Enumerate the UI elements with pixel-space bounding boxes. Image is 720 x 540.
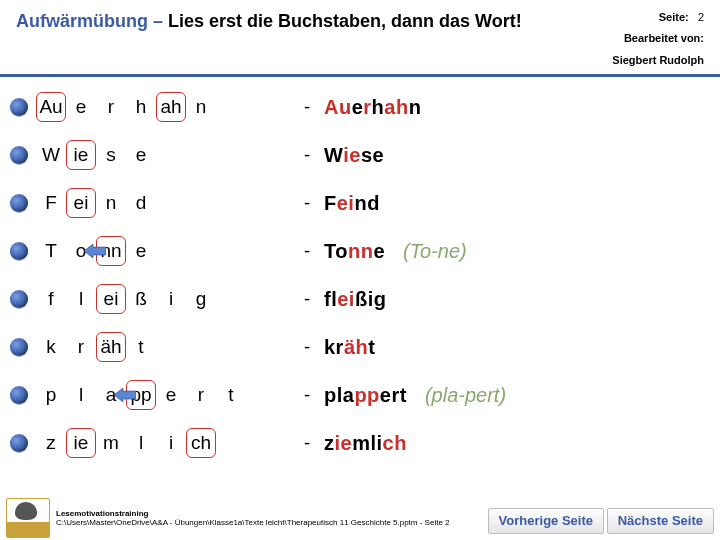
letter-cell	[246, 428, 276, 458]
letter-cell: g	[186, 284, 216, 314]
letter-cell	[156, 236, 186, 266]
letter-cell	[216, 236, 246, 266]
bullet-icon	[10, 290, 28, 308]
letter-cell-boxed: ei	[66, 188, 96, 218]
letter-cell	[186, 140, 216, 170]
page-title: Aufwärmübung – Lies erst die Buchstaben,…	[16, 10, 612, 33]
letter-cell	[216, 188, 246, 218]
exercise-row: plappert-plappert(pla-pert)	[10, 371, 720, 419]
letter-cell-boxed: ei	[96, 284, 126, 314]
result-word: Tonne	[324, 240, 385, 263]
exercise-row: kräht-kräht	[10, 323, 720, 371]
letter-cells: Auerhahn	[36, 92, 296, 122]
letter-cell: o	[66, 236, 96, 266]
letter-cell: F	[36, 188, 66, 218]
dash: -	[304, 144, 324, 166]
letter-cell: a	[96, 380, 126, 410]
footer-path: C:\Users\Master\OneDrive\A&A - Übungen\K…	[56, 519, 450, 528]
letter-cell: r	[96, 92, 126, 122]
letter-cell-boxed: ch	[186, 428, 216, 458]
letter-cell: k	[36, 332, 66, 362]
dash: -	[304, 96, 324, 118]
bullet-icon	[10, 434, 28, 452]
letter-cells: ziemlich	[36, 428, 296, 458]
letter-cells: fleißig	[36, 284, 296, 314]
letter-cell	[156, 188, 186, 218]
letter-cell-boxed: ah	[156, 92, 186, 122]
letter-cell: l	[126, 428, 156, 458]
bullet-icon	[10, 194, 28, 212]
letter-cell	[156, 140, 186, 170]
exercise-row: ziemlich-ziemlich	[10, 419, 720, 467]
page-label: Seite:	[659, 11, 689, 23]
page-number: 2	[698, 11, 704, 23]
next-page-button[interactable]: Nächste Seite	[607, 508, 714, 534]
result-word: Feind	[324, 192, 380, 215]
letter-cell: n	[186, 92, 216, 122]
letter-cell	[216, 332, 246, 362]
dash: -	[304, 336, 324, 358]
letter-cell	[156, 332, 186, 362]
letter-cell-boxed: äh	[96, 332, 126, 362]
letter-cells: plappert	[36, 380, 296, 410]
letter-cell	[246, 236, 276, 266]
letter-cell: t	[126, 332, 156, 362]
letter-cell-boxed: ie	[66, 140, 96, 170]
pronunciation-hint: (pla-pert)	[425, 384, 506, 407]
result-word: kräht	[324, 336, 375, 359]
letter-cell	[216, 284, 246, 314]
pronunciation-hint: (To-ne)	[403, 240, 467, 263]
dash: -	[304, 432, 324, 454]
letter-cell: e	[156, 380, 186, 410]
result-word: fleißig	[324, 288, 386, 311]
title-rest: Lies erst die Buchstaben, dann das Wort!	[168, 11, 522, 31]
letter-cell: e	[126, 140, 156, 170]
letter-cell: e	[66, 92, 96, 122]
exercise-row: Feind-Feind	[10, 179, 720, 227]
letter-cell	[246, 140, 276, 170]
letter-cell	[246, 92, 276, 122]
dash: -	[304, 384, 324, 406]
letter-cell: f	[36, 284, 66, 314]
bullet-icon	[10, 98, 28, 116]
letter-cell: i	[156, 284, 186, 314]
letter-cell-boxed: Au	[36, 92, 66, 122]
letter-cell	[216, 428, 246, 458]
exercise-rows: Auerhahn-AuerhahnWiese-WieseFeind-FeindT…	[0, 77, 720, 467]
exercise-row: Wiese-Wiese	[10, 131, 720, 179]
editor-name: Siegbert Rudolph	[612, 53, 704, 68]
exercise-row: Auerhahn-Auerhahn	[10, 83, 720, 131]
result-word: ziemlich	[324, 432, 407, 455]
letter-cell: ß	[126, 284, 156, 314]
dash: -	[304, 240, 324, 262]
letter-cells: Feind	[36, 188, 296, 218]
title-prefix: Aufwärmübung	[16, 11, 148, 31]
letter-cell	[186, 188, 216, 218]
letter-cell	[216, 140, 246, 170]
letter-cell: h	[126, 92, 156, 122]
letter-cell	[246, 332, 276, 362]
prev-page-button[interactable]: Vorherige Seite	[488, 508, 604, 534]
meta: Seite: 2 Bearbeitet von: Siegbert Rudolp…	[612, 10, 704, 68]
exercise-row: Tonne-Tonne(To-ne)	[10, 227, 720, 275]
dash: -	[304, 192, 324, 214]
letter-cells: kräht	[36, 332, 296, 362]
letter-cell	[246, 284, 276, 314]
letter-cell: p	[36, 380, 66, 410]
letter-cell	[186, 236, 216, 266]
letter-cell	[246, 188, 276, 218]
title-sep: –	[148, 11, 168, 31]
letter-cell: d	[126, 188, 156, 218]
letter-cell: z	[36, 428, 66, 458]
letter-cell: n	[96, 188, 126, 218]
letter-cell: i	[156, 428, 186, 458]
letter-cell	[246, 380, 276, 410]
footer-text: Lesemotivationstraining C:\Users\Master\…	[56, 510, 450, 528]
letter-cell: l	[66, 380, 96, 410]
letter-cell-boxed: ie	[66, 428, 96, 458]
letter-cell: m	[96, 428, 126, 458]
letter-cell	[216, 92, 246, 122]
result-word: Wiese	[324, 144, 384, 167]
letter-cell-boxed: nn	[96, 236, 126, 266]
footer: Lesemotivationstraining C:\Users\Master\…	[0, 498, 720, 540]
